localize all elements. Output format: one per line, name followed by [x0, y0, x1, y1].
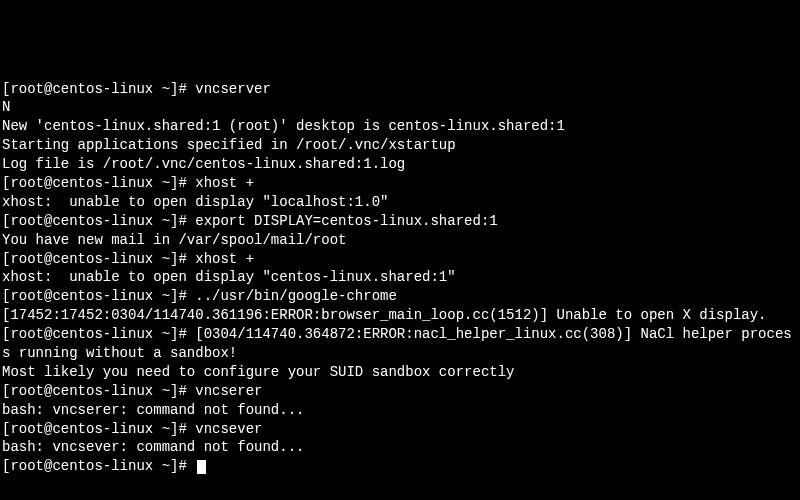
terminal-line: You have new mail in /var/spool/mail/roo…	[2, 231, 798, 250]
terminal-line: [root@centos-linux ~]# vncserver	[2, 80, 798, 99]
cursor-icon	[197, 460, 206, 474]
terminal-line: [root@centos-linux ~]# [0304/114740.3648…	[2, 325, 798, 363]
terminal-output[interactable]: [root@centos-linux ~]# vncserverNNew 'ce…	[2, 80, 798, 477]
terminal-line: [17452:17452:0304/114740.361196:ERROR:br…	[2, 306, 798, 325]
terminal-line: N	[2, 98, 798, 117]
terminal-line: xhost: unable to open display "localhost…	[2, 193, 798, 212]
terminal-line: New 'centos-linux.shared:1 (root)' deskt…	[2, 117, 798, 136]
terminal-line: [root@centos-linux ~]# xhost +	[2, 250, 798, 269]
terminal-line: bash: vncserer: command not found...	[2, 401, 798, 420]
terminal-line: Log file is /root/.vnc/centos-linux.shar…	[2, 155, 798, 174]
terminal-line: bash: vncsever: command not found...	[2, 438, 798, 457]
terminal-prompt-line[interactable]: [root@centos-linux ~]#	[2, 457, 798, 476]
terminal-line: [root@centos-linux ~]# vncsever	[2, 420, 798, 439]
terminal-line: xhost: unable to open display "centos-li…	[2, 268, 798, 287]
terminal-line: [root@centos-linux ~]# vncserer	[2, 382, 798, 401]
terminal-line: [root@centos-linux ~]# xhost +	[2, 174, 798, 193]
terminal-line: Starting applications specified in /root…	[2, 136, 798, 155]
terminal-prompt: [root@centos-linux ~]#	[2, 458, 195, 474]
terminal-line: [root@centos-linux ~]# export DISPLAY=ce…	[2, 212, 798, 231]
terminal-line: [root@centos-linux ~]# ../usr/bin/google…	[2, 287, 798, 306]
terminal-line: Most likely you need to configure your S…	[2, 363, 798, 382]
